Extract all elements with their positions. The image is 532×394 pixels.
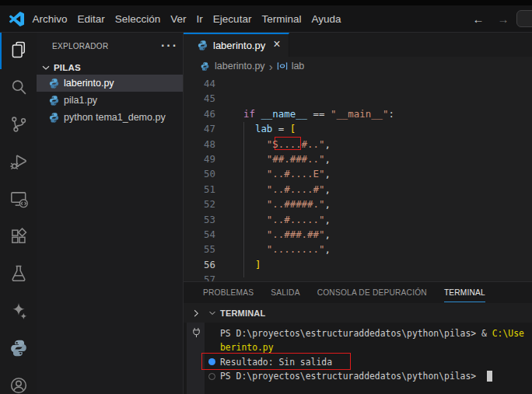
terminal-line: PS D:\proyectos\estructuraddedatos\pytho…: [220, 369, 492, 384]
menu-archivo[interactable]: Archivo: [27, 10, 72, 28]
activity-item-search[interactable]: [0, 68, 37, 106]
activity-item-remote-explorer[interactable]: [0, 180, 37, 218]
menu-selección[interactable]: Selección: [110, 10, 166, 28]
menu-terminal[interactable]: Terminal: [257, 10, 306, 28]
terminal-text-segment: C:\Use: [492, 328, 524, 339]
menu-ver[interactable]: Ver: [166, 10, 191, 28]
code-line-49: 49 "##.###..",: [184, 152, 532, 166]
code-line-53: 53 "..#.....",: [184, 212, 532, 227]
command-center-searchbox[interactable]: [516, 10, 532, 27]
code-line-45: 45: [184, 91, 532, 106]
activity-item-testing[interactable]: [0, 255, 37, 292]
nav-back-button[interactable]: ←: [466, 12, 491, 26]
line-number: 57: [184, 272, 215, 281]
code-text: "..#....#",: [243, 182, 331, 197]
close-tab-icon[interactable]: ×: [271, 37, 283, 51]
panel-tab-terminal[interactable]: TERMINAL: [444, 282, 485, 303]
code-token: [243, 183, 267, 195]
active-indicator: [0, 33, 2, 69]
code-token: [243, 123, 255, 134]
code-text: "..#####.",: [243, 197, 331, 211]
activity-item-explorer[interactable]: [0, 31, 37, 68]
line-number: 52: [184, 197, 215, 211]
python-file-icon: [200, 61, 210, 71]
activity-item-sparkle[interactable]: [0, 292, 37, 329]
activity-item-account[interactable]: [0, 367, 37, 394]
panel-tab-consola-de-depuración[interactable]: CONSOLA DE DEPURACIÓN: [317, 282, 427, 303]
nav-forward-button[interactable]: →: [491, 12, 516, 26]
code-token: ==: [307, 108, 331, 120]
line-number: 49: [184, 152, 215, 166]
code-line-47: 47 lab = [: [184, 121, 532, 136]
line-number: 44: [184, 76, 215, 91]
titlebar-row: ArchivoEditarSelecciónVerIrEjecutarTermi…: [0, 5, 532, 32]
line-number: 51: [184, 182, 215, 197]
panel-tab-salida[interactable]: SALIDA: [271, 282, 299, 303]
remote-explorer-icon: [9, 189, 29, 209]
code-token: :: [389, 108, 394, 120]
python-file-icon: [197, 40, 208, 51]
terminal-header-label: TERMINAL: [220, 309, 265, 318]
code-token: "........": [267, 243, 325, 255]
chevron-down-icon[interactable]: [208, 309, 217, 318]
more-actions-icon[interactable]: ···: [161, 39, 178, 53]
line-number: 55: [184, 242, 215, 256]
code-text: ]: [243, 257, 261, 272]
code-token: ,: [324, 228, 330, 240]
code-token: ,: [324, 243, 330, 255]
run-debug-icon: [9, 152, 29, 172]
chevron-right-icon[interactable]: [191, 309, 201, 318]
menu-ayuda[interactable]: Ayuda: [306, 10, 346, 28]
tab-laberinto[interactable]: laberinto.py ×: [184, 33, 289, 57]
search-icon: [9, 77, 29, 97]
line-number: 48: [184, 137, 215, 152]
python-file-icon: [48, 112, 60, 124]
code-editor[interactable]: 444546if __name__ == "__main__":47 lab =…: [184, 75, 532, 281]
code-line-52: 52 "..#####.",: [184, 197, 532, 211]
activity-item-extensions[interactable]: [0, 218, 37, 255]
file-list: laberinto.pypila1.pypython tema1_demo.py: [37, 75, 183, 126]
file-item-laberinto.py[interactable]: laberinto.py: [37, 75, 183, 92]
terminal-text-segment: berinto.py: [220, 342, 274, 353]
code-token: "..#####.": [267, 198, 325, 210]
line-number: 54: [184, 227, 215, 242]
menu-ejecutar[interactable]: Ejecutar: [208, 10, 257, 28]
code-token: [243, 198, 267, 210]
menu-editar[interactable]: Editar: [72, 10, 110, 28]
file-item-python_tema1_demo.py[interactable]: python tema1_demo.py: [37, 109, 183, 126]
sidebar-header: EXPLORADOR ···: [37, 33, 183, 60]
code-token: "##.###..": [267, 153, 325, 165]
terminal-cursor: [487, 371, 492, 382]
line-number: 45: [184, 91, 215, 106]
code-token: if: [243, 108, 261, 120]
code-token: ]: [255, 259, 261, 270]
code-token: [243, 228, 267, 240]
code-text: lab = [: [243, 121, 296, 136]
account-icon: [9, 375, 29, 394]
code-token: [243, 153, 267, 165]
code-text: "S....#..",: [243, 137, 331, 152]
sidebar-section-label: PILAS: [54, 63, 81, 72]
activity-item-run-debug[interactable]: [0, 143, 37, 180]
terminal-line: Resultado: Sin salida: [220, 355, 332, 370]
terminal-section-header[interactable]: TERMINAL: [184, 303, 532, 323]
bottom-panel: PROBLEMASSALIDACONSOLA DE DEPURACIÓNTERM…: [184, 281, 532, 394]
code-token: "S....#..": [267, 138, 325, 150]
breadcrumb-file[interactable]: laberinto.py: [215, 61, 265, 71]
code-text: "........",: [243, 242, 331, 256]
panel-tab-problemas[interactable]: PROBLEMAS: [203, 282, 254, 303]
terminal[interactable]: PS D:\proyectos\estructuraddedatos\pytho…: [184, 323, 532, 394]
sidebar-section-pilas[interactable]: PILAS: [37, 60, 183, 75]
code-token: [243, 259, 255, 270]
activity-item-python[interactable]: [0, 329, 37, 367]
line-number: 50: [184, 166, 215, 181]
testing-icon: [9, 263, 29, 284]
code-line-54: 54 "..###.##",: [184, 227, 532, 242]
terminal-text-segment: PS D:\proyectos\estructuraddedatos\pytho…: [220, 371, 481, 382]
menu-ir[interactable]: Ir: [191, 10, 208, 28]
breadcrumb-symbol[interactable]: lab: [292, 61, 305, 71]
python-icon: [9, 338, 29, 358]
code-token: "..#.....": [267, 214, 325, 225]
activity-item-source-control[interactable]: [0, 106, 37, 143]
file-item-pila1.py[interactable]: pila1.py: [37, 92, 183, 109]
